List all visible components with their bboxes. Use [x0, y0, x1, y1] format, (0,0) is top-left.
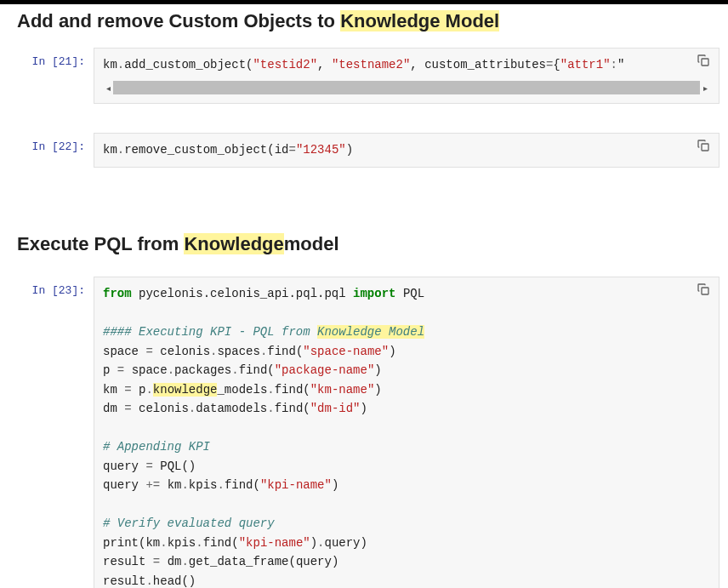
input-prompt: In [21]:: [0, 48, 94, 105]
copy-icon: [697, 139, 710, 152]
svg-rect-2: [702, 288, 708, 294]
code-cell-23: In [23]: from pycelonis.celonis_api.pql.…: [0, 273, 728, 588]
heading-text: model: [284, 233, 339, 254]
code-cell-22: In [22]: km.remove_custom_object(id="123…: [0, 129, 728, 171]
copy-button[interactable]: [697, 139, 712, 154]
heading-highlight: Knowledge: [184, 233, 283, 254]
code-input-area[interactable]: km.remove_custom_object(id="12345"): [94, 133, 719, 168]
scroll-right-arrow[interactable]: ▸: [700, 83, 710, 93]
scrollbar-thumb[interactable]: [113, 81, 600, 94]
input-prompt: In [23]:: [0, 277, 94, 588]
input-prompt: In [22]:: [0, 133, 94, 168]
svg-rect-0: [702, 59, 708, 66]
copy-button[interactable]: [697, 54, 712, 69]
heading-highlight: Knowledge Model: [340, 10, 499, 31]
code-input-area[interactable]: km.add_custom_object("testid2", "testnam…: [94, 48, 719, 105]
svg-rect-1: [702, 144, 708, 151]
copy-icon: [697, 54, 710, 67]
horizontal-scrollbar[interactable]: ◂ ▸: [103, 79, 710, 96]
scrollbar-track[interactable]: [113, 81, 700, 94]
code-content[interactable]: from pycelonis.celonis_api.pql.pql impor…: [103, 284, 710, 588]
copy-button[interactable]: [697, 283, 712, 298]
scroll-left-arrow[interactable]: ◂: [103, 83, 113, 93]
code-content[interactable]: km.add_custom_object("testid2", "testnam…: [103, 55, 710, 75]
code-input-area[interactable]: from pycelonis.celonis_api.pql.pql impor…: [94, 277, 719, 588]
copy-icon: [697, 283, 710, 296]
section-heading-add-remove: Add and remove Custom Objects to Knowled…: [0, 4, 728, 44]
heading-text: Execute PQL from: [17, 233, 184, 254]
notebook-content: Add and remove Custom Objects to Knowled…: [0, 4, 728, 588]
heading-text: Add and remove Custom Objects to: [17, 10, 340, 31]
section-heading-execute-pql: Execute PQL from Knowledgemodel: [0, 193, 728, 274]
code-cell-21: In [21]: km.add_custom_object("testid2",…: [0, 44, 728, 108]
code-content[interactable]: km.remove_custom_object(id="12345"): [103, 140, 710, 160]
